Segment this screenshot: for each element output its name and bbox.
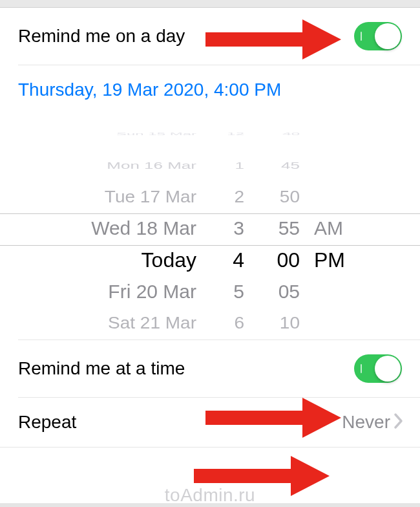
remind-at-time-row: Remind me at a time	[0, 340, 420, 397]
picker-date-item: Tue 17 Mar	[105, 183, 196, 211]
repeat-label: Repeat	[18, 412, 76, 433]
selected-date-row[interactable]: Thursday, 19 Mar 2020, 4:00 PM	[0, 65, 420, 118]
picker-ampm-pm-selected: PM	[314, 244, 345, 276]
repeat-value: Never	[342, 412, 390, 433]
remind-on-day-switch[interactable]	[354, 22, 402, 50]
picker-minute-item: 45	[281, 157, 300, 175]
picker-date-item: Sun 15 Mar	[116, 131, 196, 138]
picker-date-item: Wed 18 Mar	[91, 213, 196, 244]
picker-minute-item-selected: 00	[277, 244, 300, 276]
switch-knob	[375, 356, 401, 382]
separator	[0, 447, 420, 448]
picker-date-item: Sat 21 Mar	[108, 309, 196, 338]
remind-on-day-label: Remind me on a day	[18, 26, 185, 47]
picker-minute-item: 50	[280, 183, 300, 211]
picker-selection-line-bottom	[0, 245, 420, 246]
picker-date-column[interactable]: Sun 15 Mar Mon 16 Mar Tue 17 Mar Wed 18 …	[25, 118, 205, 340]
picker-minute-item: 10	[280, 309, 300, 338]
chevron-right-icon	[393, 412, 404, 433]
selected-date-text: Thursday, 19 Mar 2020, 4:00 PM	[18, 80, 402, 100]
picker-hour-column[interactable]: 12 1 2 3 4 5 6 7 8	[205, 118, 251, 340]
picker-ampm-column[interactable]: AM PM	[309, 118, 402, 340]
switch-knob	[375, 23, 401, 49]
datetime-picker[interactable]: Sun 15 Mar Mon 16 Mar Tue 17 Mar Wed 18 …	[0, 118, 420, 340]
picker-hour-item: 6	[234, 309, 244, 338]
picker-selection-line-top	[0, 213, 420, 214]
picker-hour-item: 5	[233, 276, 244, 308]
bottom-edge	[0, 503, 420, 507]
svg-rect-4	[194, 469, 291, 483]
repeat-row[interactable]: Repeat Never	[0, 398, 420, 447]
status-bar	[0, 0, 420, 8]
svg-marker-5	[291, 456, 330, 496]
remind-at-time-switch[interactable]	[354, 354, 402, 383]
picker-ampm-am: AM	[314, 213, 343, 244]
picker-minute-item: 40	[282, 131, 300, 138]
remind-at-time-label: Remind me at a time	[18, 358, 185, 379]
picker-hour-item: 2	[234, 183, 244, 211]
remind-on-day-row: Remind me on a day	[0, 8, 420, 65]
picker-hour-item: 1	[235, 157, 244, 175]
picker-hour-item: 12	[227, 131, 244, 138]
picker-minute-item: 05	[278, 276, 300, 308]
picker-minute-item: 55	[278, 213, 300, 244]
picker-minute-column[interactable]: 40 45 50 55 00 05 10 15 20	[251, 118, 309, 340]
picker-date-item-selected: Today	[142, 244, 196, 276]
picker-hour-item: 3	[233, 213, 244, 244]
picker-date-item: Fri 20 Mar	[108, 276, 196, 308]
picker-hour-item-selected: 4	[233, 244, 244, 276]
picker-date-item: Mon 16 Mar	[107, 157, 196, 175]
